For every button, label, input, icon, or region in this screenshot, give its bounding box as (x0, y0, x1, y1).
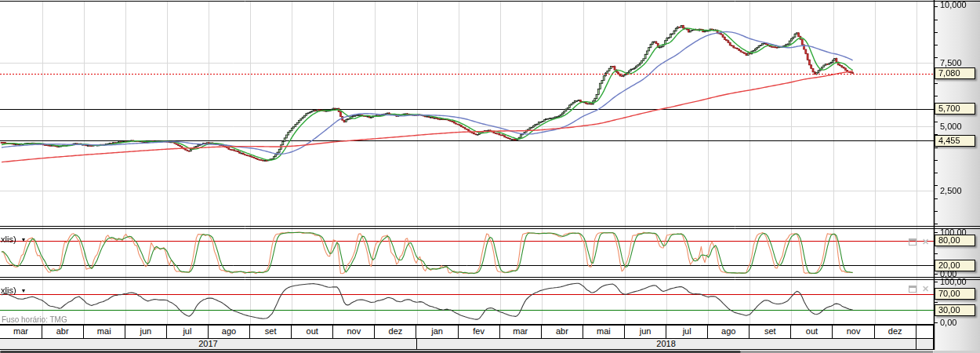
month-cell: set (250, 326, 292, 338)
month-cell: jul (167, 326, 209, 338)
year-cell: 2018 (417, 339, 916, 349)
month-cell: abr (542, 326, 583, 338)
indicator-label-rsi[interactable]: xlis)▼ (1, 286, 27, 295)
close-icon[interactable]: ✕ (922, 238, 929, 246)
horizontal-scrollbar[interactable] (0, 351, 980, 353)
indicator-label-stochastic[interactable]: xlis)▼ (1, 235, 27, 244)
month-cell: jan (417, 326, 459, 338)
month-cell: out (292, 326, 333, 338)
month-cell: set (750, 326, 791, 338)
indicator-axis-label: 0,00 (940, 318, 956, 327)
indicator-name-text: xlis) (1, 286, 16, 295)
chart-canvas[interactable] (0, 0, 980, 353)
price-label-box: 7,080 (935, 67, 975, 79)
scrollbar-end-cap (933, 351, 980, 353)
month-cell: mai (583, 326, 625, 338)
indicator-axis-label: 100,00 (940, 277, 967, 286)
indicator-level-box: 70,00 (935, 288, 975, 300)
month-cell: nov (333, 326, 375, 338)
month-cell: ago (708, 326, 750, 338)
month-cell: mar (500, 326, 542, 338)
month-cell: nov (833, 326, 875, 338)
trading-chart-window: xlis)▼ xlis)▼ ✕ ✕ Fuso horário: TMG mara… (0, 0, 980, 353)
price-axis-label: 2,500 (940, 186, 962, 195)
month-cell: out (791, 326, 833, 338)
year-cell: 2017 (1, 339, 417, 349)
scrollbar-track[interactable] (741, 351, 933, 353)
dropdown-arrow-icon[interactable]: ▼ (21, 288, 27, 293)
months-row: marabrmaijunjulagosetoutnovdezjanfevmara… (0, 326, 933, 339)
restore-icon[interactable] (909, 238, 916, 246)
month-cell: dez (875, 326, 916, 338)
month-cell: fev (459, 326, 500, 338)
month-cell: jun (625, 326, 666, 338)
month-cell: dez (375, 326, 416, 338)
price-label-box: 5,700 (935, 103, 975, 115)
month-cell: ago (209, 326, 250, 338)
month-cell: abr (42, 326, 84, 338)
indicator-name-text: xlis) (1, 235, 16, 244)
month-cell: mai (84, 326, 125, 338)
close-icon[interactable]: ✕ (922, 285, 929, 293)
years-row: 20172018 (0, 339, 933, 349)
indicator-level-box: 20,00 (935, 260, 975, 271)
price-axis-label: 10,000 (940, 0, 967, 9)
restore-icon[interactable] (909, 286, 916, 293)
indicator-level-box: 30,00 (935, 304, 975, 316)
indicator-level-box: 80,00 (935, 235, 975, 246)
scrollbar-thumb[interactable] (0, 351, 741, 353)
month-cell: jul (666, 326, 708, 338)
time-axis[interactable]: marabrmaijunjulagosetoutnovdezjanfevmara… (0, 324, 934, 350)
month-cell: jun (125, 326, 167, 338)
dropdown-arrow-icon[interactable]: ▼ (21, 237, 27, 242)
price-axis-label: 7,500 (940, 58, 962, 67)
price-label-box: 4,455 (935, 135, 975, 147)
timezone-label: Fuso horário: TMG (2, 315, 67, 324)
month-cell: mar (1, 326, 42, 338)
price-axis-label: 5,000 (940, 122, 962, 131)
